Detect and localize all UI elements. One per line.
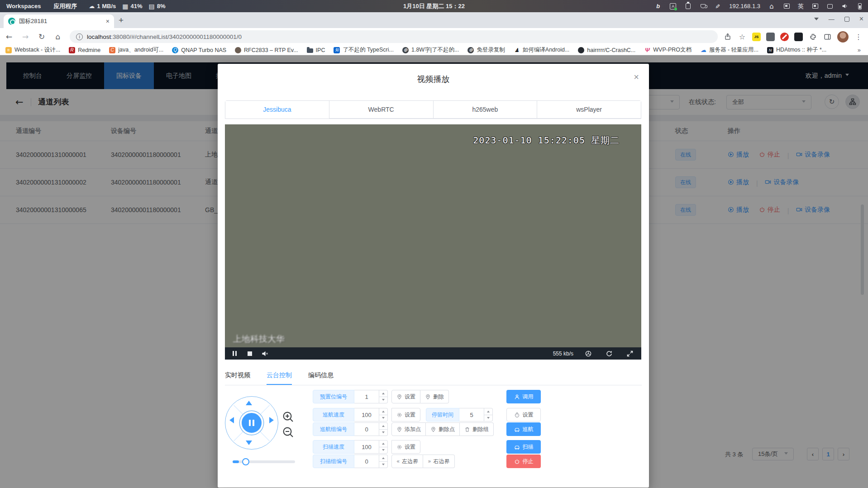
slider-handle[interactable] xyxy=(242,458,249,465)
delete-group-button[interactable]: 删除组 xyxy=(460,422,494,436)
volume-tray-icon[interactable] xyxy=(841,3,849,10)
stepper-down-button[interactable] xyxy=(379,397,387,403)
stepper-down-button[interactable] xyxy=(379,462,387,468)
tab-search-icon[interactable] xyxy=(814,18,819,23)
new-tab-button[interactable]: + xyxy=(119,16,124,24)
ip-address[interactable]: 192.168.1.3 xyxy=(729,3,760,9)
stepper-down-button[interactable] xyxy=(379,415,387,422)
preset-number-input[interactable] xyxy=(354,390,379,403)
bookmark-rfc[interactable]: RFC2833 – RTP Ev... xyxy=(235,47,298,53)
bookmark-hdatmos[interactable]: NHDAtmos :: 种子 *... xyxy=(767,46,826,54)
preset-call-button[interactable]: 调用 xyxy=(506,390,541,403)
bing-tray-icon[interactable]: b xyxy=(654,3,662,10)
mute-button[interactable] xyxy=(259,347,271,360)
bookmark-18w[interactable]: ⊕1.8W字|了不起的... xyxy=(402,46,459,54)
stay-time-set-button[interactable]: 设置 xyxy=(506,408,541,422)
home-button[interactable]: ⌂ xyxy=(51,29,65,44)
preset-delete-button[interactable]: 删除 xyxy=(420,390,449,403)
bookmark-zhihu[interactable]: 知了不起的 TypeScri... xyxy=(334,46,394,54)
caffeine-tray-icon[interactable] xyxy=(699,3,706,10)
home-tray-icon[interactable]: ⌂ xyxy=(768,3,775,10)
site-info-icon[interactable]: i xyxy=(76,33,83,40)
ptz-stop-button[interactable]: 停止 xyxy=(506,455,541,468)
stepper-up-button[interactable] xyxy=(379,455,387,462)
stay-time-input[interactable] xyxy=(459,408,484,421)
delete-point-button[interactable]: 删除点 xyxy=(426,422,460,436)
cruise-group-input[interactable] xyxy=(354,423,379,436)
clipboard-tray-icon[interactable] xyxy=(684,3,692,10)
bookmark-copy[interactable]: ⊕免登录复制 xyxy=(467,46,505,54)
bookmarks-overflow-icon[interactable]: » xyxy=(858,47,868,53)
video-player[interactable]: 2023-01-10 15:22:05 星期二 上地科技大华 555 kb/s xyxy=(225,124,641,360)
bookmark-server[interactable]: ☁服务器 - 轻量应用... xyxy=(700,46,758,54)
stepper-down-button[interactable] xyxy=(484,415,492,422)
scan-speed-input[interactable] xyxy=(354,441,379,453)
stepper-up-button[interactable] xyxy=(379,423,387,430)
stepper-down-button[interactable] xyxy=(379,447,387,454)
window-close-button[interactable]: × xyxy=(859,15,863,23)
back-button[interactable]: ← xyxy=(2,29,16,44)
bookmark-redmine[interactable]: RRedmine xyxy=(69,47,100,53)
stop-button[interactable] xyxy=(244,347,256,360)
stepper-down-button[interactable] xyxy=(379,430,387,436)
ptz-left-button[interactable] xyxy=(229,417,234,423)
window-list-tray-icon[interactable] xyxy=(783,3,790,10)
screenshot-tray-icon[interactable] xyxy=(811,3,819,10)
cruise-speed-input[interactable] xyxy=(354,408,379,421)
ptz-down-button[interactable] xyxy=(246,441,252,445)
ptz-right-button[interactable] xyxy=(269,417,274,423)
tab-live-video[interactable]: 实时视频 xyxy=(225,368,250,385)
scan-group-input[interactable] xyxy=(354,455,379,468)
bookmark-webstack[interactable]: ≡Webstack - 设计... xyxy=(5,46,60,54)
stepper-up-button[interactable] xyxy=(379,408,387,415)
color-picker-tray-icon[interactable]: ✎ xyxy=(714,3,721,10)
fullscreen-button[interactable] xyxy=(624,347,636,360)
bookmark-wvp-doc[interactable]: ΨWVP-PRO文档 xyxy=(644,46,692,54)
bookmark-qnap[interactable]: QQNAP Turbo NAS xyxy=(172,47,226,53)
tab-wsplayer[interactable]: wsPlayer xyxy=(537,101,641,118)
battery-tray-icon[interactable] xyxy=(856,3,863,10)
add-point-button[interactable]: 添加点 xyxy=(391,422,426,436)
window-minimize-button[interactable]: — xyxy=(829,16,835,23)
modal-close-icon[interactable]: × xyxy=(634,72,639,82)
bookmark-ipc-folder[interactable]: IPC xyxy=(307,47,325,53)
scan-speed-set-button[interactable]: 设置 xyxy=(391,440,420,454)
side-panel-icon[interactable] xyxy=(823,32,832,41)
screen-tray-icon[interactable] xyxy=(826,3,834,10)
scan-start-button[interactable]: 扫描 xyxy=(506,440,541,454)
extensions-puzzle-icon[interactable] xyxy=(808,32,817,41)
window-maximize-button[interactable] xyxy=(844,17,849,22)
bookmark-java[interactable]: Cjava、android可... xyxy=(109,46,163,54)
tab-webrtc[interactable]: WebRTC xyxy=(329,101,433,118)
cruise-start-button[interactable]: 巡航 xyxy=(506,422,541,436)
ptz-stop-center-button[interactable] xyxy=(240,411,263,435)
preset-set-button[interactable]: 设置 xyxy=(391,390,420,403)
bookmark-star-icon[interactable]: ☆ xyxy=(738,32,747,41)
tab-ptz-control[interactable]: 云台控制 xyxy=(267,368,292,385)
url-bar[interactable]: i localhost:38080/#/channelList/34020000… xyxy=(70,30,718,43)
share-icon[interactable] xyxy=(723,32,732,41)
tab-codec-info[interactable]: 编码信息 xyxy=(308,368,334,385)
extension-dark-icon[interactable] xyxy=(766,33,775,41)
tab-close-icon[interactable]: × xyxy=(106,18,110,25)
left-boundary-button[interactable]: «左边界 xyxy=(391,455,423,468)
reload-button[interactable]: ↻ xyxy=(34,29,49,44)
translate-tray-icon[interactable]: A xyxy=(669,3,677,10)
stepper-up-button[interactable] xyxy=(484,408,492,415)
stepper-up-button[interactable] xyxy=(379,441,387,447)
zoom-in-button[interactable] xyxy=(282,411,294,423)
stepper-up-button[interactable] xyxy=(379,390,387,397)
extension-json-icon[interactable]: JS xyxy=(752,33,761,41)
tab-h265web[interactable]: h265web xyxy=(433,101,537,118)
forward-button[interactable]: → xyxy=(18,29,33,44)
snapshot-button[interactable] xyxy=(582,347,594,360)
zoom-out-button[interactable] xyxy=(282,426,294,438)
right-boundary-button[interactable]: »右边界 xyxy=(423,455,454,468)
profile-avatar[interactable] xyxy=(837,31,849,43)
ptz-speed-slider[interactable] xyxy=(233,460,295,463)
bookmark-android[interactable]: ♟如何编译Android... xyxy=(514,46,570,54)
cruise-speed-set-button[interactable]: 设置 xyxy=(391,408,420,422)
extension-black-icon[interactable] xyxy=(794,33,803,41)
pause-button[interactable] xyxy=(229,347,240,360)
bookmark-github[interactable]: hairrrrr/C-CrashC... xyxy=(578,47,635,53)
